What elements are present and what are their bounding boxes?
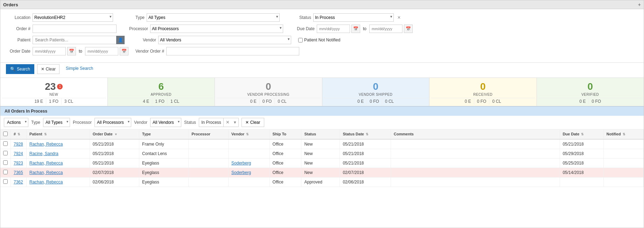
order-id-link-7365[interactable]: 7365 [14, 170, 23, 175]
order-date-to[interactable] [85, 47, 118, 55]
status-filter-chevron[interactable]: ▾ [232, 118, 238, 127]
stat-approved-sub: 4 E 1 FO 1 CL [109, 98, 214, 105]
th-notified[interactable]: Notified ⇅ [603, 129, 643, 139]
stat-new-number: 23 [45, 81, 56, 93]
stat-received-number: 0 [480, 81, 486, 92]
patient-not-notified-checkbox[interactable] [298, 38, 303, 42]
row-checkbox-1[interactable] [3, 151, 8, 155]
row-status-date: 05/21/2018 [340, 139, 391, 149]
due-date-from-calendar[interactable]: 📅 [351, 25, 360, 33]
toolbar-vendor-select[interactable]: All Vendors [150, 118, 181, 127]
row-checkbox-0[interactable] [3, 141, 8, 146]
stat-box-approved[interactable]: 6 APPROVED 4 E 1 FO 1 CL [108, 78, 215, 106]
stat-new-sub: 19 E 1 FO 3 CL [2, 98, 106, 105]
table-clear-button[interactable]: ✕ Clear [241, 118, 264, 127]
row-notified [603, 177, 643, 187]
filter-row-1: Location RevolutionEHR2 Type All Types S… [6, 13, 638, 22]
order-id-link-7924[interactable]: 7924 [14, 151, 23, 156]
location-select-wrapper: RevolutionEHR2 [33, 13, 113, 22]
stat-box-new[interactable]: 23 1 NEW 19 E 1 FO 3 CL [0, 78, 108, 106]
th-vendor[interactable]: Vendor ⇅ [229, 129, 270, 139]
stat-box-vendor-shipped[interactable]: 0 VENDOR SHIPPED 0 E 0 FO 0 CL [322, 78, 430, 106]
actions-select[interactable]: Actions [4, 118, 28, 127]
row-status: New [301, 168, 340, 177]
table-clear-x-icon: ✕ [245, 120, 249, 125]
table-toolbar: Actions Type All Types Processor All Pro… [0, 116, 644, 129]
due-date-from[interactable] [317, 25, 350, 33]
filter-group-patient-notified: Patient Not Notified [298, 38, 340, 42]
simple-search-link[interactable]: Simple Search [62, 64, 97, 74]
actions-select-wrapper: Actions [4, 118, 28, 127]
vendor-link-2[interactable]: Soderberg [231, 161, 251, 166]
toolbar-processor-select[interactable]: All Processors [94, 118, 131, 127]
stat-approved-number: 6 [158, 81, 164, 92]
row-checkbox-4[interactable] [3, 179, 8, 184]
type-label: Type [120, 15, 145, 20]
vendor-link-3[interactable]: Soderberg [231, 170, 251, 175]
th-type[interactable]: Type [139, 129, 189, 139]
patient-link-0[interactable]: Rachan, Rebecca [29, 142, 63, 147]
stat-box-received[interactable]: 0 RECEIVED 0 E 0 FO 0 CL [429, 78, 537, 106]
due-date-to-calendar[interactable]: 📅 [404, 25, 413, 33]
patient-link-3[interactable]: Rachan, Rebecca [29, 170, 63, 175]
row-comments [391, 149, 560, 158]
patient-link-4[interactable]: Rachan, Rebecca [29, 180, 63, 185]
th-due-date[interactable]: Due Date ⇅ [560, 129, 603, 139]
patient-search-input[interactable] [33, 36, 117, 44]
th-id[interactable]: # ⇅ [11, 129, 27, 139]
vendor-select[interactable]: All Vendors [158, 36, 291, 44]
patient-link-1[interactable]: Racine, Sandra [29, 151, 58, 156]
row-checkbox-2[interactable] [3, 160, 8, 165]
vendor-order-input[interactable] [166, 47, 299, 55]
orders-window: Orders + Location RevolutionEHR2 Type Al… [0, 0, 644, 228]
window-close-button[interactable]: + [638, 2, 641, 7]
stat-approved-label: APPROVED [109, 93, 214, 96]
stat-box-vendor-processing[interactable]: 0 VENDOR PROCESSING 0 E 0 FO 0 CL [215, 78, 322, 106]
due-date-label: Due Date [290, 26, 315, 31]
row-type: Eyeglass [139, 168, 189, 177]
search-button[interactable]: 🔍 Search [6, 64, 34, 74]
toolbar-type-select[interactable]: All Types [43, 118, 70, 127]
th-patient[interactable]: Patient ⇅ [27, 129, 90, 139]
patient-link-2[interactable]: Rachan, Rebecca [29, 161, 63, 166]
row-id: 7923 [11, 158, 27, 168]
order-date-from[interactable] [33, 47, 66, 55]
filter-group-order: Order # [6, 25, 117, 33]
order-id-link-7928[interactable]: 7928 [14, 142, 23, 147]
th-processor[interactable]: Processor [189, 129, 229, 139]
toolbar-vendor-wrapper: All Vendors [150, 118, 181, 127]
type-select[interactable]: All Types [147, 13, 280, 22]
clear-button[interactable]: ✕ Clear [37, 64, 59, 74]
select-all-checkbox[interactable] [3, 132, 8, 136]
th-order-date[interactable]: Order Date ▼ [90, 129, 139, 139]
stat-box-verified[interactable]: 0 VERIFIED 0 E 0 FO [537, 78, 644, 106]
filter-group-due-date: Due Date 📅 to 📅 [290, 25, 413, 33]
row-checkbox-3[interactable] [3, 170, 8, 174]
patient-search-icon[interactable]: 👤 [116, 36, 125, 44]
patient-not-notified-label[interactable]: Patient Not Notified [298, 38, 340, 42]
row-processor [189, 168, 229, 177]
th-ship-to[interactable]: Ship To [270, 129, 301, 139]
stat-verified-number: 0 [587, 81, 593, 92]
row-checkbox-cell [0, 149, 11, 158]
toolbar-status-label: Status [184, 120, 196, 125]
order-id-link-7923[interactable]: 7923 [14, 161, 23, 166]
status-select[interactable]: In Process [313, 13, 394, 22]
due-date-to[interactable] [369, 25, 402, 33]
status-clear-x[interactable]: ✕ [397, 15, 401, 20]
order-input[interactable] [33, 25, 117, 33]
th-status-date[interactable]: Status Date ⇅ [340, 129, 391, 139]
status-filter-clear-x[interactable]: ✕ [223, 118, 232, 127]
window-title: Orders [3, 2, 18, 7]
th-status[interactable]: Status [301, 129, 340, 139]
stat-vendor-proc-sub: 0 E 0 FO 0 CL [216, 98, 321, 105]
th-comments[interactable]: Comments [391, 129, 560, 139]
order-id-link-7362[interactable]: 7362 [14, 180, 23, 185]
order-date-from-calendar[interactable]: 📅 [67, 47, 76, 55]
order-date-to-calendar[interactable]: 📅 [120, 47, 128, 55]
orders-table-container: # ⇅ Patient ⇅ Order Date ▼ Type Processo… [0, 129, 644, 187]
window-titlebar: Orders + [0, 0, 644, 9]
processor-select[interactable]: All Processors [150, 25, 283, 33]
stat-new-sub-e: 19 E [31, 98, 46, 105]
location-select[interactable]: RevolutionEHR2 [33, 13, 113, 22]
